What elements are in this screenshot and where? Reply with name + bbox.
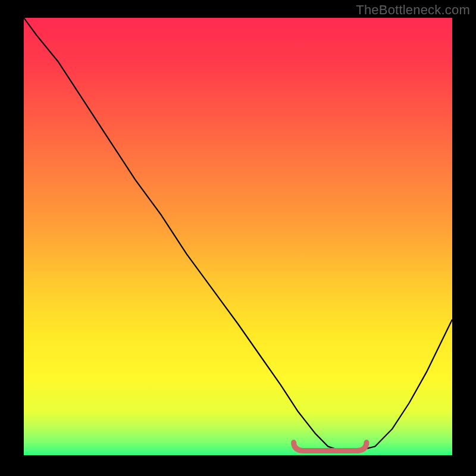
chart-frame: TheBottleneck.com — [0, 0, 476, 476]
curve-line — [24, 18, 452, 451]
watermark-text: TheBottleneck.com — [356, 2, 470, 18]
plot-inner — [24, 18, 452, 455]
plot-area — [24, 18, 452, 455]
bottleneck-curve — [24, 18, 452, 455]
